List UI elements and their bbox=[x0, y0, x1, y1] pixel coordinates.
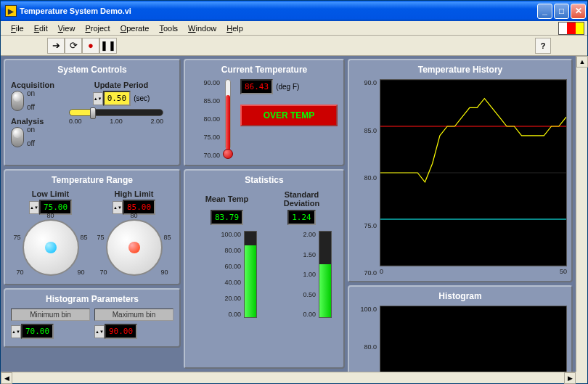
statistics-panel: Statistics Mean Temp 83.79 100.0080.0060… bbox=[184, 169, 345, 369]
maximize-button[interactable]: □ bbox=[554, 4, 569, 19]
panel-title: Current Temperature bbox=[188, 63, 340, 78]
menubar: File Edit View Project Operate Tools Win… bbox=[1, 21, 587, 36]
minimize-button[interactable]: _ bbox=[537, 4, 552, 19]
low-limit-dial[interactable]: 70 75 80 85 90 bbox=[23, 219, 79, 276]
vertical-scrollbar[interactable]: ▲ bbox=[576, 56, 587, 372]
scroll-left-button[interactable]: ◀ bbox=[1, 372, 12, 384]
min-bin-input[interactable]: 70.00 bbox=[21, 324, 54, 339]
menu-tools[interactable]: Tools bbox=[155, 23, 182, 34]
app-icon: ▶ bbox=[5, 5, 17, 17]
window-title: Temperature System Demo.vi bbox=[20, 7, 537, 15]
temperature-range-panel: Temperature Range Low Limit ▲▼ 75.00 70 bbox=[4, 169, 181, 285]
menu-help[interactable]: Help bbox=[222, 23, 248, 34]
high-limit-dial[interactable]: 70 75 80 85 90 bbox=[106, 219, 163, 276]
help-button[interactable]: ? bbox=[535, 38, 551, 54]
min-bin-label: Minimum bin bbox=[11, 309, 90, 321]
panel-title: System Controls bbox=[8, 63, 176, 78]
menu-project[interactable]: Project bbox=[81, 23, 114, 34]
stddev-tank bbox=[319, 231, 332, 318]
history-xscale: 050 bbox=[380, 266, 567, 277]
menu-window[interactable]: Window bbox=[184, 23, 221, 34]
on-label: on bbox=[27, 126, 35, 134]
run-button[interactable]: ➔ bbox=[47, 38, 65, 54]
high-limit-input[interactable]: 85.00 bbox=[123, 200, 155, 215]
scroll-up-button[interactable]: ▲ bbox=[576, 56, 588, 68]
history-yscale: 90.085.080.075.070.0 bbox=[354, 79, 380, 277]
panel-title: Histogram bbox=[352, 290, 568, 304]
run-continuous-button[interactable]: ⟳ bbox=[65, 38, 82, 54]
system-controls-panel: System Controls Acquisition on off bbox=[4, 59, 181, 166]
thermometer-scale: 90.00 85.00 80.00 75.00 70.00 bbox=[191, 79, 223, 159]
menu-view[interactable]: View bbox=[54, 23, 80, 34]
max-bin-label: Maximum bin bbox=[94, 309, 173, 321]
on-label: on bbox=[27, 89, 35, 97]
update-period-stepper[interactable]: ▲▼ bbox=[93, 92, 103, 105]
menu-file[interactable]: File bbox=[7, 23, 28, 34]
off-label: off bbox=[27, 103, 35, 111]
mean-scale: 100.0080.0060.0040.0020.000.00 bbox=[192, 231, 244, 318]
acquisition-label: Acquisition bbox=[11, 81, 65, 89]
update-period-slider[interactable] bbox=[69, 109, 163, 116]
panel-title: Temperature History bbox=[352, 63, 568, 78]
min-bin-stepper[interactable]: ▲▼ bbox=[11, 325, 21, 338]
panel-title: Histogram Parameters bbox=[8, 293, 176, 307]
scroll-right-button[interactable]: ▶ bbox=[564, 372, 576, 384]
menu-operate[interactable]: Operate bbox=[116, 23, 154, 34]
max-bin-stepper[interactable]: ▲▼ bbox=[94, 325, 105, 338]
window-titlebar[interactable]: ▶ Temperature System Demo.vi _ □ ✕ bbox=[1, 1, 587, 21]
low-limit-label: Low Limit bbox=[11, 189, 90, 198]
close-button[interactable]: ✕ bbox=[571, 4, 586, 19]
stddev-scale: 2.001.501.000.500.00 bbox=[267, 231, 319, 318]
menu-edit[interactable]: Edit bbox=[30, 23, 52, 34]
temperature-history-panel: Temperature History 90.085.080.075.070.0… bbox=[348, 59, 573, 282]
pause-button[interactable]: ❚❚ bbox=[99, 38, 117, 54]
panel-title: Temperature Range bbox=[8, 173, 176, 188]
slider-ticks: 0.00 1.00 2.00 bbox=[69, 118, 163, 125]
labview-icon bbox=[558, 22, 584, 35]
low-limit-stepper[interactable]: ▲▼ bbox=[29, 201, 39, 214]
off-label: off bbox=[27, 139, 35, 147]
high-limit-stepper[interactable]: ▲▼ bbox=[113, 201, 123, 214]
unit-label: (deg F) bbox=[276, 83, 299, 91]
stddev-value: 1.24 bbox=[287, 210, 316, 225]
max-bin-input[interactable]: 90.00 bbox=[105, 324, 137, 339]
mean-temp-value: 83.79 bbox=[211, 210, 243, 225]
current-temperature-panel: Current Temperature 90.00 85.00 80.00 75… bbox=[184, 59, 345, 166]
scroll-corner bbox=[576, 372, 587, 383]
abort-button[interactable]: ● bbox=[82, 38, 99, 54]
stddev-label: Standard Deviation bbox=[267, 189, 336, 208]
update-period-input[interactable]: 0.50 bbox=[103, 91, 131, 106]
histogram-yscale: 100.080.060.040.020.00.0 bbox=[354, 306, 380, 372]
toolbar: ➔ ⟳ ● ❚❚ ? bbox=[1, 36, 587, 56]
horizontal-scrollbar[interactable]: ◀ ▶ bbox=[1, 372, 576, 383]
histogram-chart[interactable] bbox=[380, 306, 567, 372]
histogram-panel: Histogram 100.080.060.040.020.00.0 65.07… bbox=[348, 285, 573, 372]
histogram-parameters-panel: Histogram Parameters Minimum bin ▲▼ 70.0… bbox=[4, 288, 181, 348]
mean-tank bbox=[244, 231, 257, 318]
analysis-label: Analysis bbox=[11, 117, 65, 126]
mean-temp-label: Mean Temp bbox=[192, 189, 261, 208]
unit-label: (sec) bbox=[134, 94, 150, 102]
low-limit-input[interactable]: 75.00 bbox=[39, 200, 72, 215]
high-limit-label: High Limit bbox=[94, 189, 173, 198]
over-temp-indicator: OVER TEMP bbox=[240, 105, 338, 126]
update-period-label: Update Period bbox=[69, 81, 173, 89]
current-temp-value: 86.43 bbox=[240, 79, 273, 94]
panel-title: Statistics bbox=[188, 173, 340, 188]
thermometer bbox=[223, 79, 233, 159]
temperature-history-chart[interactable] bbox=[380, 79, 567, 266]
acquisition-toggle[interactable] bbox=[11, 91, 24, 111]
analysis-toggle[interactable] bbox=[11, 127, 24, 147]
